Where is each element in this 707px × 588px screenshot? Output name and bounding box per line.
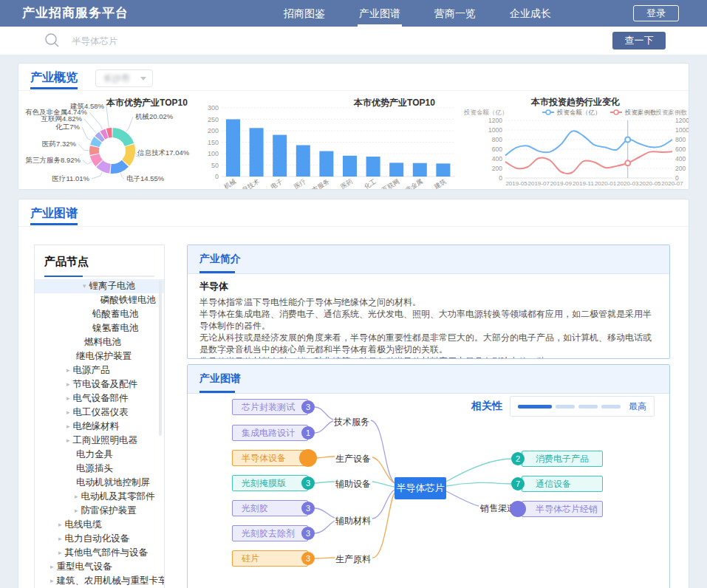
caret-right-icon[interactable]: ▸ [75,504,78,518]
nav-item-0[interactable]: 招商图鉴 [275,0,334,27]
tree-item-1[interactable]: 磷酸铁锂电池 [35,293,164,307]
svg-text:600: 600 [492,146,502,153]
bar-医疗[interactable] [296,146,310,177]
graph-node-芯片封装测试[interactable]: 芯片封装测试 [232,399,308,415]
tree-item-15[interactable]: ▸电动机及其零部件 [35,490,164,504]
tree-item-18[interactable]: ▸电力自动化设备 [35,532,164,546]
graph-node-硅片[interactable]: 硅片 [232,550,308,567]
tree-item-14[interactable]: 电动机就地控制屏 [35,476,164,490]
bar-有色及非金属[interactable] [413,163,427,177]
graph-badge-消费电子产品[interactable]: 2 [511,452,525,465]
graph-badge-集成电路设计[interactable]: 1 [301,426,315,440]
bar-电子[interactable] [273,135,287,177]
search-button[interactable]: 查一下 [612,32,666,49]
tree-item-13[interactable]: 电源插头 [35,462,164,476]
caret-right-icon[interactable]: ▸ [58,518,62,532]
tree-item-8[interactable]: ▸电气设备部件 [35,392,164,406]
bar-信息技术[interactable] [250,128,264,177]
tree-item-5[interactable]: 继电保护装置 [35,349,164,363]
tree-item-2[interactable]: 铅酸蓄电池 [35,307,164,321]
intro-paragraph-2: 无论从科技或是经济发展的角度来看，半导体的重要性都是非常巨大的。大部分的电子产品… [199,332,658,355]
caret-down-icon[interactable]: ▾ [83,279,86,293]
graph-node-半导体芯片经销[interactable]: 半导体芯片经销 [522,501,603,517]
tree-item-11[interactable]: ▸工商业照明电器 [35,434,164,448]
tree-item-4[interactable]: 燃料电池 [35,335,164,349]
caret-right-icon[interactable]: ▸ [66,434,70,448]
product-tree: ▾锂离子电池磷酸铁锂电池铅酸蓄电池镍氢蓄电池燃料电池继电保护装置▸电源产品▸节电… [35,279,164,588]
bar-互联网[interactable] [389,163,403,177]
graph-node-光刻掩膜版[interactable]: 光刻掩膜版 [232,475,308,491]
tree-item-19[interactable]: ▸其他电气部件与设备 [35,546,164,560]
tree-item-0[interactable]: ▾锂离子电池 [35,279,164,293]
svg-text:0: 0 [215,173,219,180]
tree-item-10[interactable]: ▸电绝缘材料 [35,420,164,434]
svg-text:200: 200 [675,165,686,172]
graph-badge-光刻胶去除剂[interactable]: 3 [301,527,315,540]
legend-投资金额（亿）[interactable]: 投资金额（亿） [556,109,601,116]
graph-node-光刻胶[interactable]: 光刻胶 [232,500,308,516]
svg-text:2020-03: 2020-03 [617,180,639,187]
search-input[interactable] [70,30,553,53]
svg-text:1200: 1200 [488,117,502,124]
industry-top10-bar-chart[interactable]: 本市优势产业TOP10050100150200250300机械信息技术电子医疗第… [204,97,460,189]
bar-第三方服务[interactable] [319,151,333,177]
caret-right-icon[interactable]: ▸ [66,406,70,420]
graph-center-node[interactable]: 半导体芯片 [395,477,446,499]
caret-right-icon[interactable]: ▸ [58,546,62,560]
graph-badge-光刻掩膜版[interactable]: 3 [301,476,315,490]
nav-item-2[interactable]: 营商一览 [426,0,485,27]
caret-right-icon[interactable]: ▸ [50,560,54,574]
tree-item-label: 其他电气部件与设备 [65,547,148,558]
graph-badge-硅片[interactable]: 3 [301,552,315,565]
caret-right-icon[interactable]: ▸ [66,377,70,392]
caret-right-icon[interactable]: ▸ [58,532,62,546]
nav-item-1[interactable]: 产业图谱 [350,0,409,27]
tree-item-6[interactable]: ▸电源产品 [35,363,164,377]
svg-text:800: 800 [492,136,502,143]
bar-化工[interactable] [366,157,380,177]
nav-item-3[interactable]: 企业成长 [501,0,560,27]
tree-item-20[interactable]: ▸重型电气设备 [35,560,164,574]
graph-node-光刻胶去除剂[interactable]: 光刻胶去除剂 [232,525,308,541]
tree-item-label: 继电保护装置 [76,351,132,361]
graph-badge-芯片封装测试[interactable]: 3 [301,400,315,414]
bar-label-医药: 医药 [339,177,354,189]
bar-建筑[interactable] [436,163,450,177]
tree-item-label: 燃料电池 [84,337,121,347]
graph-node-通信设备[interactable]: 通信设备 [522,476,603,492]
tree-item-7[interactable]: ▸节电设备及配件 [35,377,164,392]
donut-slice-医药[interactable] [89,146,99,155]
caret-right-icon[interactable]: ▸ [66,392,70,406]
branch-label-辅助设备: 辅助设备 [335,478,371,490]
tree-item-21[interactable]: ▸建筑、农用机械与重型卡车 [35,574,164,588]
caret-right-icon[interactable]: ▸ [50,574,54,588]
caret-right-icon[interactable]: ▸ [66,363,70,377]
legend-投资案例数[interactable]: 投资案例数 [624,109,657,116]
bar-医药[interactable] [343,156,357,177]
svg-text:800: 800 [675,136,686,143]
graph-badge-通信设备[interactable]: 7 [511,477,525,490]
tree-scrollbar[interactable] [159,281,162,436]
tree-item-label: 节电设备及配件 [73,379,138,389]
caret-right-icon[interactable]: ▸ [75,490,78,504]
tree-item-17[interactable]: ▸电线电缆 [35,518,164,532]
graph-node-消费电子产品[interactable]: 消费电子产品 [522,451,603,467]
graph-node-半导体设备[interactable]: 半导体设备 [232,450,308,466]
tree-item-16[interactable]: ▸防雷保护装置 [35,504,164,518]
tree-item-12[interactable]: 电力金具 [35,448,164,462]
graph-badge-半导体设备[interactable] [299,449,317,467]
industry-top10-donut-chart[interactable]: 本市优势产业TOP10机械20.02%信息技术17.04%电子14.55%医疗1… [23,97,206,189]
tree-item-3[interactable]: 镍氢蓄电池 [35,321,164,335]
tree-item-9[interactable]: ▸电工仪器仪表 [35,406,164,420]
graph-node-集成电路设计[interactable]: 集成电路设计 [232,425,308,441]
product-node-panel: 产品节点 ▾锂离子电池磷酸铁锂电池铅酸蓄电池镍氢蓄电池燃料电池继电保护装置▸电源… [34,245,165,588]
graph-badge-半导体芯片经销[interactable] [510,501,526,517]
login-button[interactable]: 登录 [633,5,679,21]
caret-right-icon[interactable]: ▸ [66,420,70,434]
tree-item-label: 电绝缘材料 [73,421,120,431]
region-select[interactable]: 长沙市 [95,69,153,87]
donut-slice-机械[interactable] [112,128,134,146]
bar-机械[interactable] [226,120,240,177]
graph-badge-光刻胶[interactable]: 3 [301,502,315,515]
investment-trend-line-chart[interactable]: 本市投资趋势行业变化投资金额（亿）投资案例数投资金额（亿）投资案例数002002… [462,97,689,189]
